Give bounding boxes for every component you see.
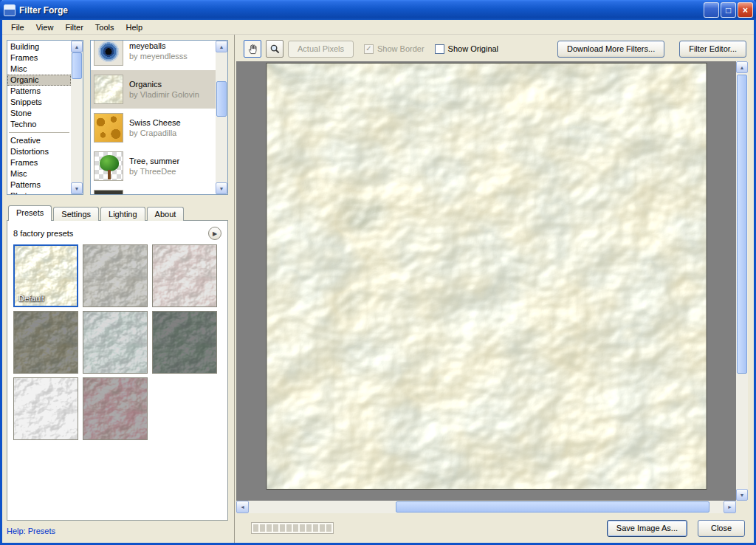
filter-name: Swiss Cheese: [129, 118, 181, 127]
progress-segment: [313, 524, 318, 532]
preview-canvas[interactable]: [236, 61, 736, 501]
help-link[interactable]: Help: Presets: [7, 527, 228, 538]
main-content: Building Frames Misc Organic Patterns Sn…: [2, 35, 754, 543]
preset-texture: [83, 245, 147, 306]
scroll-right-icon[interactable]: ►: [724, 501, 736, 513]
filter-item-swiss-cheese[interactable]: Swiss Cheese by Crapadilla: [91, 109, 216, 147]
right-panel: Actual Pixels ✓ Show Border Show Origina…: [235, 35, 754, 543]
progress-segment: [293, 524, 298, 532]
preset-default[interactable]: Default: [13, 244, 78, 307]
preset-scroll-button[interactable]: ▶: [208, 227, 221, 240]
filter-scrollbar[interactable]: ▲ ▼: [216, 41, 227, 194]
filter-items: meyeballs by meyendlesss Organics by Vla…: [91, 41, 216, 194]
category-item-misc[interactable]: Misc: [7, 64, 71, 75]
category-item-building[interactable]: Building: [7, 41, 71, 52]
filter-scrollbar-thumb[interactable]: [216, 81, 227, 117]
filter-preview-image[interactable]: [266, 63, 707, 490]
category-scrollbar[interactable]: ▲ ▼: [71, 41, 83, 194]
category-item-frames-2[interactable]: Frames: [7, 157, 71, 168]
filter-author: by Crapadilla: [129, 128, 181, 137]
download-more-filters-button[interactable]: Download More Filters...: [557, 41, 664, 58]
filter-item-tree-summer[interactable]: Tree, summer by ThreeDee: [91, 147, 216, 185]
progress-segment: [320, 524, 325, 532]
filter-text: Organics by Vladimir Golovin: [129, 80, 199, 99]
preset-5[interactable]: [83, 311, 148, 374]
preset-texture: [14, 312, 78, 373]
category-item-techno[interactable]: Techno: [7, 119, 71, 130]
category-item-misc-2[interactable]: Misc: [7, 168, 71, 179]
category-item-snippets[interactable]: Snippets: [7, 97, 71, 108]
menu-view[interactable]: View: [30, 21, 60, 33]
save-image-as-button[interactable]: Save Image As...: [607, 520, 687, 537]
category-item-distortions[interactable]: Distortions: [7, 146, 71, 157]
tab-presets[interactable]: Presets: [8, 205, 52, 221]
zoom-tool-button[interactable]: [266, 40, 284, 58]
scroll-up-icon[interactable]: ▲: [736, 61, 748, 73]
checkbox-box: ✓: [364, 44, 374, 54]
show-original-checkbox[interactable]: Show Original: [435, 44, 498, 54]
hand-tool-button[interactable]: [244, 40, 261, 58]
filter-name: meyeballs: [129, 41, 188, 50]
progress-segment: [260, 524, 265, 532]
preset-4[interactable]: [13, 311, 78, 374]
preset-texture: [14, 378, 78, 439]
scroll-left-icon[interactable]: ◄: [236, 501, 249, 513]
tab-strip: Presets Settings Lighting About: [7, 205, 228, 221]
close-window-button[interactable]: ×: [738, 2, 753, 18]
filter-scrollbar-track[interactable]: [216, 52, 227, 182]
progress-segment: [280, 524, 285, 532]
preset-2[interactable]: [83, 244, 148, 307]
preview-hscrollbar[interactable]: ◄ ►: [236, 501, 736, 513]
maximize-button[interactable]: □: [721, 2, 736, 18]
category-item-patterns-2[interactable]: Patterns: [7, 179, 71, 191]
filter-editor-button[interactable]: Filter Editor...: [679, 41, 746, 58]
preview-hscroll-thumb[interactable]: [396, 501, 709, 513]
preset-3[interactable]: [152, 244, 217, 307]
menu-help[interactable]: Help: [120, 21, 149, 33]
category-scrollbar-thumb[interactable]: [72, 52, 82, 79]
check-icon: ✓: [365, 45, 371, 52]
preview-vscrollbar[interactable]: ▲ ▼: [736, 61, 748, 501]
category-item-creative[interactable]: Creative: [7, 135, 71, 146]
menu-tools[interactable]: Tools: [89, 21, 120, 33]
scroll-down-icon[interactable]: ▼: [71, 182, 83, 194]
category-item-photo[interactable]: Photo: [7, 191, 71, 194]
category-item-frames[interactable]: Frames: [7, 52, 71, 64]
preset-texture: [153, 245, 216, 306]
category-items: Building Frames Misc Organic Patterns Sn…: [7, 41, 71, 194]
filter-item-organics[interactable]: Organics by Vladimir Golovin: [91, 70, 216, 109]
menu-file[interactable]: File: [5, 21, 30, 33]
scroll-up-icon[interactable]: ▲: [216, 41, 227, 52]
preset-6[interactable]: [152, 311, 217, 374]
preset-label: Default: [18, 294, 44, 303]
tab-about[interactable]: About: [147, 207, 185, 221]
scroll-up-icon[interactable]: ▲: [71, 41, 83, 52]
category-scrollbar-track[interactable]: [71, 52, 83, 182]
bottom-bar: Save Image As... Close: [235, 513, 754, 543]
category-item-stone[interactable]: Stone: [7, 108, 71, 119]
filter-item-partial[interactable]: [91, 185, 216, 194]
preset-8[interactable]: [83, 377, 148, 440]
scroll-down-icon[interactable]: ▼: [216, 182, 227, 194]
preview-vscroll-track[interactable]: [736, 73, 748, 489]
menu-bar: File View Filter Tools Help: [2, 20, 754, 35]
menu-filter[interactable]: Filter: [59, 21, 89, 33]
preview-vscroll-thumb[interactable]: [737, 75, 747, 374]
preview-hscroll-track[interactable]: [249, 501, 724, 513]
close-button[interactable]: Close: [698, 520, 745, 537]
category-item-organic[interactable]: Organic: [7, 75, 71, 86]
show-border-checkbox[interactable]: ✓ Show Border: [364, 44, 425, 54]
category-item-patterns[interactable]: Patterns: [7, 86, 71, 97]
filter-item-meyeballs[interactable]: meyeballs by meyendlesss: [91, 41, 216, 70]
scrollbar-corner: [736, 501, 749, 513]
close-icon: ×: [743, 5, 748, 16]
minimize-button[interactable]: _: [704, 2, 719, 18]
tab-settings[interactable]: Settings: [53, 207, 99, 221]
scroll-down-icon[interactable]: ▼: [736, 489, 748, 501]
tab-lighting[interactable]: Lighting: [100, 207, 145, 221]
organic-texture-render: [267, 64, 706, 489]
filter-author: by meyendlesss: [129, 52, 188, 61]
actual-pixels-button[interactable]: Actual Pixels: [288, 41, 354, 58]
presets-header: 8 factory presets ▶: [7, 221, 227, 243]
preset-7[interactable]: [13, 377, 78, 440]
